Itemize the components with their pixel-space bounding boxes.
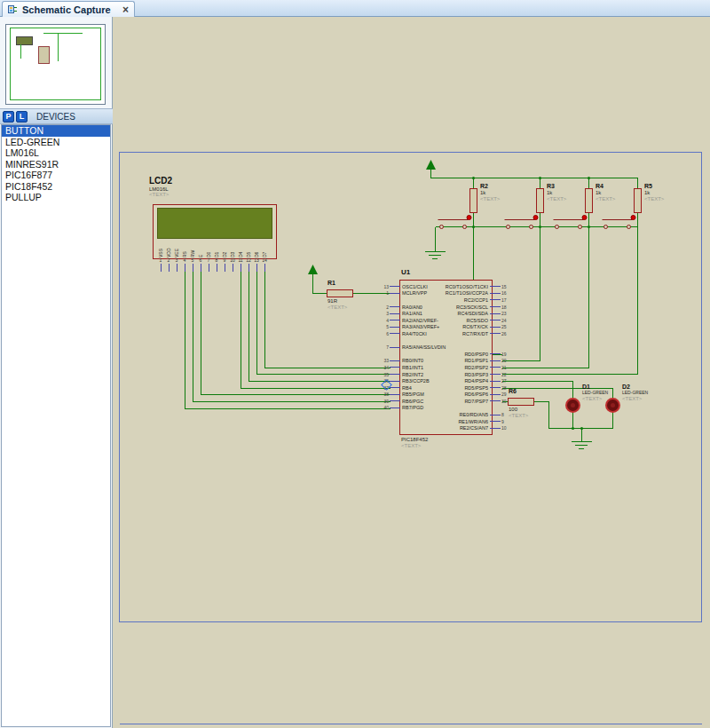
lcd-pin-stub xyxy=(241,264,241,272)
device-list-item[interactable]: BUTTON xyxy=(2,125,110,137)
pin-number: 26 xyxy=(501,331,523,336)
pin-number: 5 xyxy=(367,324,390,329)
resistor-r1-value: 91R xyxy=(327,298,347,305)
resistor-r4[interactable] xyxy=(585,188,593,213)
lcd-pin: D3 10 xyxy=(229,239,237,272)
mcu-pin-row: RC6/TX/CK 25 xyxy=(398,324,523,331)
lcd-pin-label: RW xyxy=(189,239,197,257)
led-d2-value: LED-GREEN xyxy=(622,391,648,396)
pin-stub xyxy=(490,333,501,334)
mcu-pin-row: RD6/PSP6 29 xyxy=(398,392,523,399)
pin-number: 22 xyxy=(501,372,523,377)
lcd-pin-number: 14 xyxy=(262,257,267,264)
device-list-item[interactable]: MINRES91R xyxy=(2,159,110,170)
lcd-pin-number: 11 xyxy=(238,257,242,264)
resistor-r2[interactable] xyxy=(469,188,477,213)
pin-number: 39 xyxy=(367,399,390,404)
pin-number: 38 xyxy=(367,392,390,397)
lcd-pin-number: 12 xyxy=(246,257,251,264)
pin-label: RD5/PSP5 xyxy=(398,385,490,391)
lcd-ref: LCD2 xyxy=(149,176,172,186)
overview-wire xyxy=(20,44,21,59)
mcu-pin-row: RD1/PSP1 20 xyxy=(398,358,523,365)
close-icon[interactable]: × xyxy=(122,4,129,15)
lcd-text-placeholder: <TEXT> xyxy=(149,192,172,198)
mcu-pin-row: RC0/T1OSO/T1CKI 15 xyxy=(398,283,523,290)
overview-wire xyxy=(43,33,83,34)
lcd-pin: VEE 3 xyxy=(173,239,181,272)
lcd-pin: D2 9 xyxy=(221,239,229,272)
lcd-pin-label: D3 xyxy=(229,239,237,257)
pin-number: 29 xyxy=(501,392,523,397)
device-list-item[interactable]: LM016L xyxy=(2,147,110,159)
lcd-pin-label: D4 xyxy=(237,239,245,257)
library-button[interactable]: L xyxy=(16,111,28,123)
resistor-r1-labels: 91R <TEXT> xyxy=(327,298,347,311)
lcd-pin: E 6 xyxy=(197,239,205,272)
lcd-pin-stub xyxy=(169,264,170,272)
lcd-pin-number: 10 xyxy=(230,257,235,264)
pin-label: RE1/WR/AN6 xyxy=(398,419,490,424)
pin-label: RD6/PSP6 xyxy=(398,392,490,397)
resistor-r1[interactable] xyxy=(327,289,353,297)
device-list-item[interactable]: PULLUP xyxy=(2,192,110,203)
lcd-pin-label: E xyxy=(197,239,205,257)
tab-schematic-capture[interactable]: Schematic Capture × xyxy=(2,1,135,17)
pin-stub xyxy=(490,374,501,375)
device-list-item[interactable]: PIC16F877 xyxy=(2,170,110,181)
pin-label: RD4/PSP4 xyxy=(398,378,490,384)
pin-number: 13 xyxy=(367,284,390,289)
lcd-pin-number: 1 xyxy=(160,257,162,264)
mcu-pin-row: RD7/PSP7 30 xyxy=(398,398,523,405)
pin-number: 9 xyxy=(501,419,523,424)
resistor-r5[interactable] xyxy=(634,188,642,213)
lcd-pin-label: D6 xyxy=(253,239,261,257)
pin-stub xyxy=(490,306,501,307)
pin-number: 3 xyxy=(367,311,390,316)
mcu-labels: PIC18F452 <TEXT> xyxy=(401,437,428,449)
schematic-overview-map[interactable] xyxy=(5,24,106,105)
pin-stub xyxy=(490,299,501,300)
lcd-pin-number: 5 xyxy=(192,257,194,264)
pin-label: RC5/SDO xyxy=(398,318,490,323)
lcd-pin-label: D0 xyxy=(205,239,213,257)
mcu-right-pins: RC0/T1OSO/T1CKI 15 RC1/T1OSI/CCP2A 16 RC… xyxy=(398,283,523,431)
lcd-pin-label: D7 xyxy=(261,239,269,257)
lcd-pin-stub xyxy=(193,264,193,272)
pin-stub xyxy=(490,353,501,354)
led-d1[interactable] xyxy=(565,398,580,413)
pin-number: 18 xyxy=(501,305,523,310)
lcd-pin: D0 7 xyxy=(205,239,213,272)
pin-stub xyxy=(490,367,501,368)
lcd-pin: RW 5 xyxy=(189,239,197,272)
lcd-pin: D7 14 xyxy=(261,239,269,272)
pick-devices-button[interactable]: P xyxy=(3,111,14,123)
pin-stub xyxy=(490,415,501,415)
pin-number: 15 xyxy=(501,284,523,289)
tab-bar: Schematic Capture × xyxy=(0,0,710,17)
resistor-r3[interactable] xyxy=(536,188,544,213)
mcu-pin-row: RC7/RX/DT 26 xyxy=(398,330,523,337)
device-list-item[interactable]: LED-GREEN xyxy=(2,137,110,148)
pin-number: 35 xyxy=(367,372,390,377)
lcd-pin-label: VSS xyxy=(157,239,165,257)
device-list-item[interactable]: PIC18F452 xyxy=(2,181,110,193)
pin-stub xyxy=(490,313,501,314)
application-window: Schematic Capture × P L DEVICES BUTTON xyxy=(0,0,710,728)
mcu-pin-row: RC4/SDI/SDA 23 xyxy=(398,310,523,317)
pin-label: RD0/PSP0 xyxy=(398,352,490,357)
lcd-pin-label: VDD xyxy=(165,239,173,257)
pin-number: 40 xyxy=(367,405,390,410)
device-name: PIC16F877 xyxy=(5,170,52,180)
pin-number: 23 xyxy=(501,311,523,316)
pin-label: RC3/SCK/SCL xyxy=(398,305,490,310)
mcu-pin-row: RD3/PSP3 22 xyxy=(398,371,523,378)
mcu-pin-row: RC1/T1OSI/CCP2A 16 xyxy=(398,290,523,297)
pin-stub xyxy=(490,400,501,401)
pin-number: 20 xyxy=(501,358,523,363)
lcd-labels: LCD2 LM016L <TEXT> xyxy=(149,176,172,198)
lcd-pin: VSS 1 xyxy=(157,239,165,272)
lcd-pin-stub xyxy=(177,264,178,272)
pin-number: 25 xyxy=(501,324,523,329)
lcd-pin-label: D2 xyxy=(221,239,229,257)
